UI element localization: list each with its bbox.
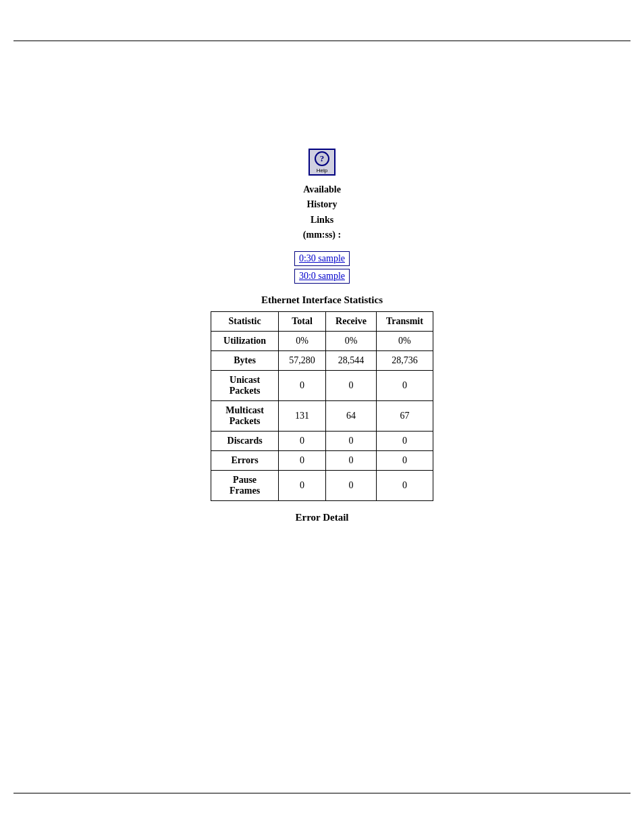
- row-label-5: Errors: [211, 450, 279, 470]
- row-label-0: Utilization: [211, 331, 279, 350]
- col-header-statistic: Statistic: [211, 311, 279, 331]
- help-label: Help: [317, 167, 327, 174]
- cell-receive-5: 0: [326, 450, 377, 470]
- row-label-6: PauseFrames: [211, 470, 279, 500]
- page-content: ? Help Available History Links (mm:ss) :…: [0, 0, 644, 523]
- cell-transmit-0: 0%: [376, 331, 433, 350]
- table-row: Errors000: [211, 450, 433, 470]
- cell-receive-6: 0: [326, 470, 377, 500]
- cell-receive-4: 0: [326, 431, 377, 450]
- table-row: Bytes57,28028,54428,736: [211, 350, 433, 370]
- error-detail-title: Error Detail: [295, 512, 348, 523]
- cell-receive-1: 28,544: [326, 350, 377, 370]
- cell-transmit-2: 0: [376, 370, 433, 400]
- help-icon: ?: [315, 151, 329, 166]
- cell-receive-0: 0%: [326, 331, 377, 350]
- table-row: MulticastPackets1316467: [211, 400, 433, 431]
- row-label-3: MulticastPackets: [211, 400, 279, 431]
- top-rule: [14, 41, 630, 41]
- col-header-total: Total: [279, 311, 326, 331]
- available-history-text: Available History Links (mm:ss) :: [303, 182, 341, 243]
- table-row: PauseFrames000: [211, 470, 433, 500]
- cell-total-6: 0: [279, 470, 326, 500]
- cell-transmit-3: 67: [376, 400, 433, 431]
- cell-total-3: 131: [279, 400, 326, 431]
- ethernet-stats-title: Ethernet Interface Statistics: [261, 294, 383, 306]
- cell-transmit-6: 0: [376, 470, 433, 500]
- history-link-030[interactable]: 0:30 sample: [294, 251, 350, 266]
- history-link-300[interactable]: 30:0 sample: [294, 269, 350, 284]
- cell-total-5: 0: [279, 450, 326, 470]
- available-line4: (mm:ss) :: [303, 228, 341, 242]
- cell-transmit-1: 28,736: [376, 350, 433, 370]
- cell-receive-3: 64: [326, 400, 377, 431]
- cell-transmit-5: 0: [376, 450, 433, 470]
- history-links: 0:30 sample 30:0 sample: [294, 251, 350, 284]
- row-label-1: Bytes: [211, 350, 279, 370]
- row-label-2: UnicastPackets: [211, 370, 279, 400]
- cell-total-1: 57,280: [279, 350, 326, 370]
- bottom-rule: [14, 793, 630, 793]
- table-header-row: Statistic Total Receive Transmit: [211, 311, 433, 331]
- help-icon-container: ? Help: [308, 149, 336, 176]
- available-line3: Links: [303, 213, 341, 228]
- cell-receive-2: 0: [326, 370, 377, 400]
- row-label-4: Discards: [211, 431, 279, 450]
- col-header-receive: Receive: [326, 311, 377, 331]
- table-row: Discards000: [211, 431, 433, 450]
- cell-total-2: 0: [279, 370, 326, 400]
- cell-total-0: 0%: [279, 331, 326, 350]
- table-row: UnicastPackets000: [211, 370, 433, 400]
- col-header-transmit: Transmit: [376, 311, 433, 331]
- available-line2: History: [303, 197, 341, 212]
- help-button[interactable]: ? Help: [308, 149, 336, 176]
- cell-total-4: 0: [279, 431, 326, 450]
- available-line1: Available: [303, 182, 341, 197]
- cell-transmit-4: 0: [376, 431, 433, 450]
- table-row: Utilization0%0%0%: [211, 331, 433, 350]
- ethernet-stats-table: Statistic Total Receive Transmit Utiliza…: [211, 311, 433, 501]
